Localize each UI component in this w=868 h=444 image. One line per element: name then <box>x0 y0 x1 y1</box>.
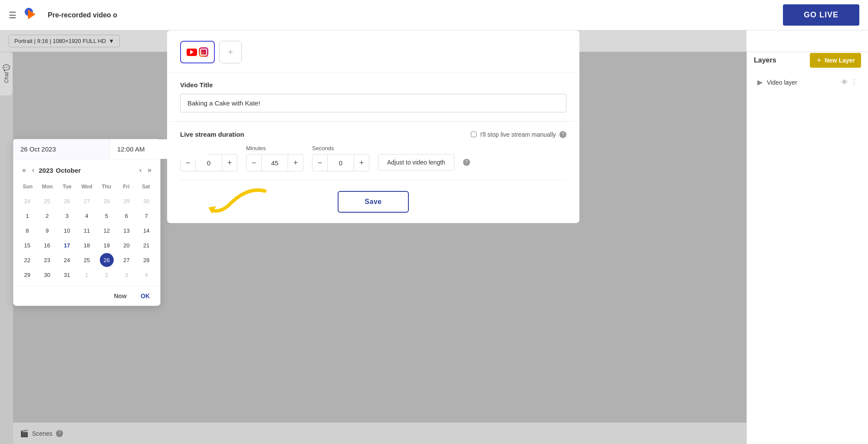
cal-day-4[interactable]: 4 <box>80 209 94 223</box>
calendar-next-month-button[interactable]: › <box>138 164 143 176</box>
cal-day-25-prev[interactable]: 25 <box>40 194 54 208</box>
cal-day-1-next[interactable]: 1 <box>80 268 94 282</box>
cal-day-15[interactable]: 15 <box>20 238 34 252</box>
adjust-to-video-length-button[interactable]: Adjust to video length <box>378 154 454 171</box>
stop-manually-checkbox[interactable] <box>471 132 477 137</box>
minutes-decrement-button[interactable]: − <box>246 154 262 171</box>
video-layer-label: Video layer <box>767 79 837 86</box>
logo <box>23 7 41 24</box>
cal-day-23[interactable]: 23 <box>40 253 54 267</box>
add-platform-icon: + <box>228 47 233 57</box>
cal-day-10[interactable]: 10 <box>60 224 74 237</box>
cal-day-29[interactable]: 29 <box>20 268 34 282</box>
plus-icon: ＋ <box>816 56 822 64</box>
calendar-grid: Sun Mon Tue Wed Thu Fri Sat 24 25 26 27 … <box>13 181 160 286</box>
cal-day-19[interactable]: 19 <box>100 238 114 252</box>
layer-visibility-icon[interactable]: 👁 <box>841 79 848 86</box>
cal-day-30[interactable]: 30 <box>40 268 54 282</box>
calendar-year: 2023 <box>39 167 53 174</box>
cal-day-22[interactable]: 22 <box>20 253 34 267</box>
weekday-tue: Tue <box>57 181 77 192</box>
topbar-right: GO LIVE <box>783 4 859 26</box>
cal-day-16[interactable]: 16 <box>40 238 54 252</box>
hamburger-icon[interactable]: ☰ <box>9 10 16 20</box>
cal-day-27[interactable]: 27 <box>119 253 133 267</box>
calendar-date-input[interactable] <box>13 139 110 159</box>
calendar-now-button[interactable]: Now <box>110 291 130 301</box>
cal-day-18[interactable]: 18 <box>80 238 94 252</box>
cal-day-6[interactable]: 6 <box>119 209 133 223</box>
instagram-icon <box>199 47 208 57</box>
youtube-instagram-button[interactable] <box>180 41 215 63</box>
cal-day-30-prev[interactable]: 30 <box>139 194 153 208</box>
calendar-picker: « ‹ 2023 October › » Sun Mon Tue Wed Thu… <box>13 139 161 306</box>
cal-day-21[interactable]: 21 <box>139 238 153 252</box>
cal-day-27-prev[interactable]: 27 <box>80 194 94 208</box>
cal-day-3[interactable]: 3 <box>60 209 74 223</box>
minutes-group: Minutes − + <box>246 145 303 171</box>
cal-day-28-prev[interactable]: 28 <box>100 194 114 208</box>
minutes-increment-button[interactable]: + <box>288 154 303 171</box>
top-bar: ☰ Pre-recorded video o GO LIVE <box>0 0 868 30</box>
weekday-mon: Mon <box>37 181 57 192</box>
save-row: Save <box>167 181 579 223</box>
new-layer-button[interactable]: ＋ New Layer <box>810 53 861 68</box>
cal-day-1[interactable]: 1 <box>20 209 34 223</box>
video-title-section: Video Title <box>167 72 579 122</box>
duration-title: Live stream duration <box>180 131 244 138</box>
cal-day-24[interactable]: 24 <box>60 253 74 267</box>
cal-day-26-prev[interactable]: 26 <box>60 194 74 208</box>
minutes-value-input[interactable] <box>262 154 288 171</box>
cal-day-11[interactable]: 11 <box>80 224 94 237</box>
cal-day-14[interactable]: 14 <box>139 224 153 237</box>
duration-header: Live stream duration I'll stop live stre… <box>180 131 566 138</box>
layer-more-icon[interactable]: ⋮ <box>851 78 858 86</box>
page-title: Pre-recorded video o <box>48 11 117 19</box>
cal-day-5[interactable]: 5 <box>100 209 114 223</box>
weekday-sun: Sun <box>18 181 37 192</box>
hours-increment-button[interactable]: + <box>222 154 237 171</box>
calendar-prev-month-button[interactable]: ‹ <box>30 164 36 176</box>
cal-day-4-next[interactable]: 4 <box>139 268 153 282</box>
weekday-sat: Sat <box>136 181 156 192</box>
seconds-increment-button[interactable]: + <box>354 154 369 171</box>
cal-day-28[interactable]: 28 <box>139 253 153 267</box>
calendar-nav: « ‹ 2023 October › » <box>13 159 160 181</box>
cal-day-3-next[interactable]: 3 <box>119 268 133 282</box>
video-title-input[interactable] <box>180 94 566 112</box>
cal-day-13[interactable]: 13 <box>119 224 133 237</box>
calendar-prev-year-button[interactable]: « <box>20 164 28 176</box>
seconds-decrement-button[interactable]: − <box>312 154 328 171</box>
duration-section: Live stream duration I'll stop live stre… <box>167 122 579 180</box>
calendar-footer: Now OK <box>13 286 160 306</box>
cal-day-9[interactable]: 9 <box>40 224 54 237</box>
cal-day-8[interactable]: 8 <box>20 224 34 237</box>
go-live-button[interactable]: GO LIVE <box>783 4 859 26</box>
save-button[interactable]: Save <box>338 191 408 213</box>
cal-day-20[interactable]: 20 <box>119 238 133 252</box>
calendar-inputs <box>13 139 160 159</box>
cal-day-12[interactable]: 12 <box>100 224 114 237</box>
stop-manually-help-icon[interactable]: ? <box>559 131 566 138</box>
cal-day-26-selected[interactable]: 26 <box>100 253 114 267</box>
calendar-ok-button[interactable]: OK <box>137 291 153 301</box>
cal-day-29-prev[interactable]: 29 <box>119 194 133 208</box>
adjust-help-icon[interactable]: ? <box>463 159 470 166</box>
add-platform-button[interactable]: + <box>219 41 242 63</box>
cal-day-7[interactable]: 7 <box>139 209 153 223</box>
right-panel: AutoSync ? Layers ＋ New Layer ▶ Video la… <box>746 30 868 444</box>
stop-manually-row: I'll stop live stream manually ? <box>471 131 566 138</box>
calendar-time-input[interactable] <box>110 139 207 159</box>
cal-day-2-next[interactable]: 2 <box>100 268 114 282</box>
cal-day-25[interactable]: 25 <box>80 253 94 267</box>
cal-day-2[interactable]: 2 <box>40 209 54 223</box>
weekday-fri: Fri <box>116 181 136 192</box>
calendar-next-year-button[interactable]: » <box>146 164 153 176</box>
layers-header: Layers ＋ New Layer <box>754 53 861 68</box>
video-layer-icon: ▶ <box>757 78 763 86</box>
cal-day-24-prev[interactable]: 24 <box>20 194 34 208</box>
seconds-value-input[interactable] <box>328 154 354 171</box>
cal-day-31[interactable]: 31 <box>60 268 74 282</box>
duration-controls: Hours − + Minutes − + <box>180 145 566 171</box>
cal-day-17[interactable]: 17 <box>60 238 74 252</box>
